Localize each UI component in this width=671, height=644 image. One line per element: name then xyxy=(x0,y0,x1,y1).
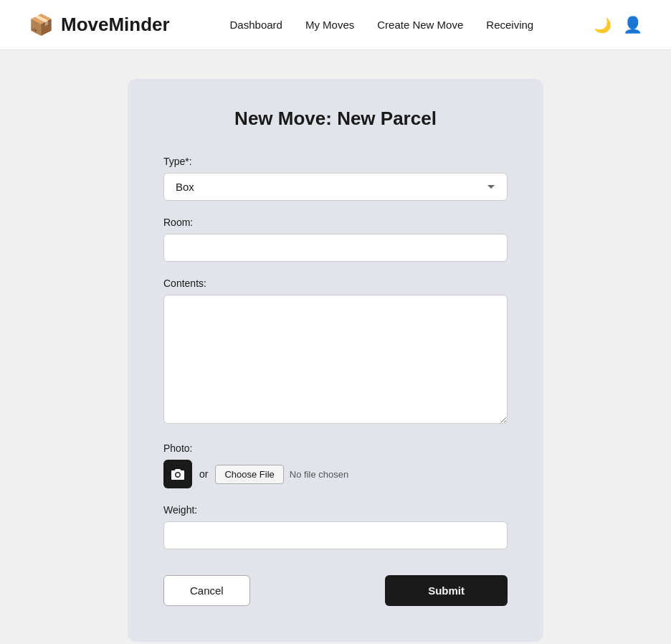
or-text: or xyxy=(199,468,208,480)
cancel-button[interactable]: Cancel xyxy=(163,575,250,606)
user-account-icon[interactable]: 👤 xyxy=(623,16,642,34)
camera-icon xyxy=(171,468,185,480)
svg-point-0 xyxy=(176,473,180,477)
nav-dashboard[interactable]: Dashboard xyxy=(230,19,282,31)
photo-group: Photo: or Choose File No file chosen xyxy=(163,442,508,488)
nav-my-moves[interactable]: My Moves xyxy=(305,19,354,31)
file-input-wrapper: Choose File No file chosen xyxy=(215,465,348,484)
weight-group: Weight: xyxy=(163,504,508,549)
weight-label: Weight: xyxy=(163,504,508,516)
room-label: Room: xyxy=(163,217,508,228)
choose-file-button[interactable]: Choose File xyxy=(215,465,283,484)
nav-create-new-move[interactable]: Create New Move xyxy=(377,19,463,31)
submit-button[interactable]: Submit xyxy=(385,575,508,606)
contents-group: Contents: xyxy=(163,278,508,427)
form-actions: Cancel Submit xyxy=(163,575,508,606)
nav-receiving[interactable]: Receiving xyxy=(486,19,533,31)
main-nav: Dashboard My Moves Create New Move Recei… xyxy=(230,19,534,31)
form-title: New Move: New Parcel xyxy=(163,108,508,130)
header: 📦 MoveMinder Dashboard My Moves Create N… xyxy=(0,0,671,50)
camera-button[interactable] xyxy=(163,460,192,488)
room-group: Room: xyxy=(163,217,508,262)
dark-mode-icon[interactable]: 🌙 xyxy=(594,16,611,34)
logo: 📦 MoveMinder xyxy=(29,13,170,37)
app-name: MoveMinder xyxy=(61,14,170,36)
weight-input[interactable] xyxy=(163,521,508,549)
contents-label: Contents: xyxy=(163,278,508,289)
type-select[interactable]: Box Bag Furniture Electronics Other xyxy=(163,173,508,201)
header-icons: 🌙 👤 xyxy=(594,16,642,34)
photo-controls: or Choose File No file chosen xyxy=(163,460,508,488)
room-input[interactable] xyxy=(163,234,508,262)
new-parcel-form-card: New Move: New Parcel Type*: Box Bag Furn… xyxy=(128,79,543,642)
photo-label: Photo: xyxy=(163,442,508,454)
type-group: Type*: Box Bag Furniture Electronics Oth… xyxy=(163,156,508,201)
logo-icon: 📦 xyxy=(29,13,54,37)
main-content: New Move: New Parcel Type*: Box Bag Furn… xyxy=(0,50,671,644)
type-label: Type*: xyxy=(163,156,508,167)
no-file-text: No file chosen xyxy=(290,469,348,480)
contents-textarea[interactable] xyxy=(163,295,508,424)
